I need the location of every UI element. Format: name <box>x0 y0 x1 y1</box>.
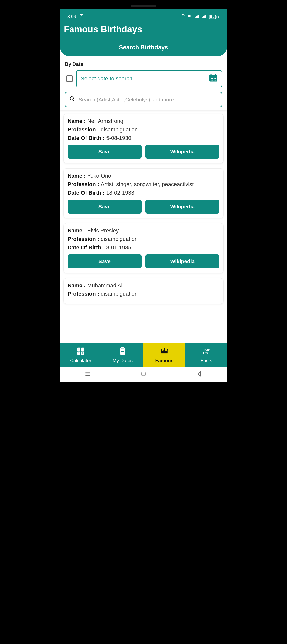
notification-icon <box>80 14 84 20</box>
recent-apps-button[interactable] <box>84 371 91 378</box>
by-date-label: By Date <box>65 61 222 67</box>
svg-text:31: 31 <box>211 16 214 18</box>
calendar-icon <box>209 74 218 84</box>
wikipedia-button[interactable]: Wikipedia <box>146 254 220 268</box>
svg-rect-7 <box>192 15 192 18</box>
svg-rect-14 <box>204 16 205 18</box>
svg-point-57 <box>209 349 210 349</box>
save-button[interactable]: Save <box>68 145 142 159</box>
svg-rect-23 <box>215 74 216 76</box>
bottom-nav: +−×÷ Calculator My Dates Famous FUNFACT <box>60 343 227 367</box>
svg-text:×: × <box>78 351 80 354</box>
svg-point-25 <box>212 78 213 79</box>
people-list[interactable]: Name : Neil Armstrong Profession : disam… <box>60 110 227 304</box>
name-row: Name : Elvis Presley <box>68 228 220 234</box>
svg-rect-12 <box>202 18 202 18</box>
svg-rect-4 <box>188 16 190 18</box>
nav-label: My Dates <box>112 358 132 364</box>
filter-section: By Date Select date to search... Search … <box>60 56 227 110</box>
date-placeholder: Select date to search... <box>81 76 137 82</box>
svg-rect-15 <box>205 15 206 18</box>
battery-icon: 31 <box>209 15 220 19</box>
search-header: Search Birthdays <box>60 40 227 56</box>
svg-rect-18 <box>216 16 217 18</box>
back-button[interactable] <box>196 371 202 378</box>
wikipedia-button[interactable]: Wikipedia <box>146 200 220 214</box>
signal-icon-1 <box>195 14 199 20</box>
content-area: By Date Select date to search... Search … <box>60 56 227 343</box>
dob-label: Date Of Birth : <box>68 135 106 141</box>
svg-rect-62 <box>142 372 145 376</box>
svg-point-27 <box>215 78 216 79</box>
nav-famous[interactable]: Famous <box>144 343 185 367</box>
person-card: Name : Muhammad Ali Profession : disambi… <box>63 278 224 304</box>
name-label: Name : <box>68 228 87 234</box>
svg-point-47 <box>121 350 122 350</box>
save-button[interactable]: Save <box>68 200 142 214</box>
calculator-icon: +−×÷ <box>76 347 85 356</box>
home-button[interactable] <box>140 371 147 378</box>
name-label: Name : <box>68 173 87 179</box>
svg-rect-22 <box>210 74 211 76</box>
wikipedia-button[interactable]: Wikipedia <box>146 145 220 159</box>
search-input[interactable]: Search (Artist,Actor,Celebritys) and mor… <box>65 92 222 107</box>
profession-row: Profession : disambiguation <box>68 236 220 242</box>
date-checkbox[interactable] <box>66 76 73 82</box>
profession-label: Profession : <box>68 236 101 242</box>
dob-row: Date Of Birth : 18-02-1933 <box>68 190 220 196</box>
profession-row: Profession : Artist, singer, songwriter,… <box>68 181 220 188</box>
profession-label: Profession : <box>68 126 101 132</box>
dob-row: Date Of Birth : 8-01-1935 <box>68 244 220 251</box>
nav-label: Famous <box>156 358 174 364</box>
clipboard-icon <box>118 347 127 356</box>
nav-mydates[interactable]: My Dates <box>102 343 144 367</box>
svg-rect-8 <box>195 18 196 18</box>
person-card: Name : Yoko Ono Profession : Artist, sin… <box>63 168 224 218</box>
svg-point-29 <box>212 80 213 81</box>
profession-row: Profession : disambiguation <box>68 126 220 133</box>
nav-facts[interactable]: FUNFACT Facts <box>185 343 227 367</box>
svg-point-28 <box>210 80 212 81</box>
svg-point-56 <box>202 348 203 349</box>
dob-label: Date Of Birth : <box>68 244 106 250</box>
device-frame: 3:06 31 <box>56 0 231 386</box>
wifi-icon <box>180 14 185 20</box>
svg-line-33 <box>73 100 74 101</box>
svg-rect-9 <box>196 16 197 18</box>
profession-value: disambiguation <box>101 126 138 132</box>
search-placeholder: Search (Artist,Actor,Celebritys) and mor… <box>79 97 178 103</box>
name-value: Neil Armstrong <box>87 118 123 124</box>
name-value: Yoko Ono <box>87 173 111 179</box>
nav-label: Facts <box>200 358 212 364</box>
svg-point-58 <box>203 353 204 354</box>
svg-point-31 <box>215 80 216 81</box>
dob-value: 8-01-1935 <box>106 244 131 250</box>
save-button[interactable]: Save <box>68 254 142 268</box>
profession-value: Artist, singer, songwriter, peaceactivis… <box>101 181 194 187</box>
name-row: Name : Neil Armstrong <box>68 118 220 124</box>
svg-text:+: + <box>78 347 80 350</box>
nav-calculator[interactable]: +−×÷ Calculator <box>60 343 102 367</box>
funfact-icon: FUNFACT <box>202 347 210 356</box>
system-nav-bar <box>60 367 227 382</box>
svg-rect-10 <box>197 16 198 18</box>
svg-point-32 <box>70 97 74 100</box>
screen: 3:06 31 <box>60 10 227 382</box>
name-row: Name : Muhammad Ali <box>68 282 220 289</box>
svg-point-49 <box>121 352 122 353</box>
date-input[interactable]: Select date to search... <box>76 70 222 88</box>
svg-rect-53 <box>161 353 168 354</box>
svg-text:÷: ÷ <box>82 351 84 354</box>
svg-point-30 <box>214 80 214 81</box>
dob-label: Date Of Birth : <box>68 190 106 196</box>
dob-row: Date Of Birth : 5-08-1930 <box>68 135 220 141</box>
dob-value: 5-08-1930 <box>106 135 131 141</box>
dob-value: 18-02-1933 <box>106 190 134 196</box>
svg-rect-43 <box>121 347 124 348</box>
svg-rect-6 <box>191 15 191 18</box>
name-value: Muhammad Ali <box>87 282 124 288</box>
profession-value: disambiguation <box>101 291 138 297</box>
app-bar: Famous Birthdays <box>60 22 227 40</box>
svg-point-50 <box>161 348 162 350</box>
name-value: Elvis Presley <box>87 228 118 234</box>
